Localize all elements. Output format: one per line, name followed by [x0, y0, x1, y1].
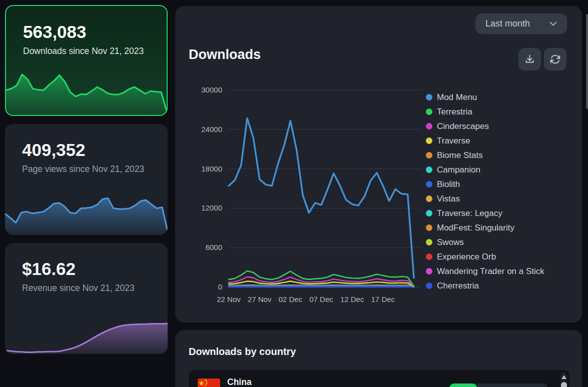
legend-label: Biome Stats	[437, 150, 483, 160]
svg-text:6000: 6000	[206, 243, 222, 252]
downloads-total-label: Downloads since Nov 21, 2023	[23, 46, 154, 57]
scroll-thumb[interactable]	[561, 382, 567, 387]
legend-item-mod-menu[interactable]: Mod Menu	[426, 90, 544, 104]
legend-item-biome-stats[interactable]: Biome Stats	[426, 148, 544, 162]
legend-item-swows[interactable]: Swows	[426, 235, 544, 250]
legend-label: Wandering Trader on a Stick	[437, 266, 544, 276]
refresh-icon	[550, 54, 560, 64]
legend-dot	[426, 254, 432, 260]
legend-dot	[426, 94, 432, 100]
legend-dot	[426, 166, 432, 173]
legend-item-traverse-legacy[interactable]: Traverse: Legacy	[426, 206, 544, 220]
svg-text:0: 0	[218, 282, 222, 291]
legend-item-campanion[interactable]: Campanion	[426, 162, 544, 177]
legend-item-modfest-singularity[interactable]: ModFest: Singularity	[426, 220, 544, 235]
legend-item-terrestria[interactable]: Terrestria	[426, 104, 544, 119]
svg-text:12000: 12000	[201, 204, 222, 212]
svg-text:17 Dec: 17 Dec	[371, 295, 395, 304]
legend-label: Swows	[437, 238, 464, 248]
stat-card-page-views[interactable]: 409,352 Page views since Nov 21, 2023	[5, 124, 168, 235]
time-range-select[interactable]: Last month	[475, 14, 567, 34]
country-row-china: China	[189, 370, 559, 387]
downloads-sparkline	[6, 72, 167, 115]
country-list: China	[189, 370, 569, 387]
legend-item-cherrestria[interactable]: Cherrestria	[426, 278, 544, 293]
chart-legend: Mod MenuTerrestriaCinderscapesTraverseBi…	[426, 90, 544, 293]
country-bar-fill	[449, 384, 477, 387]
revenue-total: $16.62	[22, 259, 168, 279]
scroll-up-arrow-icon[interactable]	[561, 375, 566, 379]
legend-item-traverse[interactable]: Traverse	[426, 134, 544, 148]
legend-dot	[426, 181, 432, 188]
svg-text:30000: 30000	[201, 86, 222, 94]
legend-item-vistas[interactable]: Vistas	[426, 192, 544, 206]
legend-label: Traverse: Legacy	[437, 208, 502, 218]
legend-item-cinderscapes[interactable]: Cinderscapes	[426, 119, 544, 134]
analytics-dashboard: { "stat_cards": [ {"id":"downloads","val…	[0, 0, 588, 387]
revenue-sparkline	[5, 322, 168, 354]
legend-dot	[426, 239, 432, 246]
country-panel-title: Downloads by country	[189, 346, 296, 358]
legend-dot	[426, 123, 432, 130]
chart-actions	[518, 48, 566, 70]
svg-text:02 Dec: 02 Dec	[279, 295, 303, 304]
legend-dot	[426, 108, 432, 115]
legend-label: Experience Orb	[437, 252, 496, 262]
legend-label: Cherrestria	[437, 281, 479, 291]
country-name: China	[227, 377, 252, 387]
page-views-sparkline	[5, 196, 168, 235]
downloads-total: 563,083	[23, 22, 167, 42]
svg-text:27 Nov: 27 Nov	[248, 295, 272, 304]
downloads-panel: Last month Downloads 0600012000180002400…	[175, 6, 582, 322]
legend-dot	[426, 138, 432, 144]
svg-text:18000: 18000	[201, 164, 222, 173]
download-icon	[524, 54, 535, 64]
legend-dot	[426, 210, 432, 216]
legend-label: Traverse	[437, 136, 470, 146]
revenue-total-label: Revenue since Nov 21, 2023	[22, 282, 153, 294]
legend-item-biolith[interactable]: Biolith	[426, 177, 544, 192]
stat-card-downloads[interactable]: 563,083 Downloads since Nov 21, 2023	[5, 5, 168, 116]
svg-text:24000: 24000	[201, 125, 222, 134]
page-views-total: 409,352	[22, 140, 168, 160]
svg-text:12 Dec: 12 Dec	[340, 295, 364, 304]
legend-label: Vistas	[437, 194, 460, 204]
svg-text:22 Nov: 22 Nov	[217, 295, 241, 304]
country-bar-track	[449, 384, 547, 387]
legend-item-experience-orb[interactable]: Experience Orb	[426, 250, 544, 264]
page-scrollbar[interactable]	[586, 14, 588, 109]
country-list-scrollbar[interactable]	[560, 372, 567, 387]
legend-label: ModFest: Singularity	[437, 223, 514, 233]
svg-text:07 Dec: 07 Dec	[309, 295, 333, 304]
export-download-button[interactable]	[518, 48, 541, 70]
refresh-button[interactable]	[544, 48, 566, 70]
downloads-chart-title: Downloads	[189, 47, 261, 62]
stat-card-revenue[interactable]: $16.62 Revenue since Nov 21, 2023	[5, 243, 168, 354]
legend-label: Biolith	[437, 180, 460, 190]
legend-dot	[426, 196, 432, 202]
legend-item-wandering-trader-on-a-stick[interactable]: Wandering Trader on a Stick	[426, 264, 544, 278]
legend-label: Campanion	[437, 165, 480, 175]
legend-dot	[426, 224, 432, 231]
legend-dot	[426, 152, 432, 158]
legend-label: Terrestria	[437, 107, 472, 117]
chevron-down-icon	[549, 22, 557, 26]
china-flag-icon	[198, 378, 220, 387]
legend-label: Cinderscapes	[437, 122, 489, 132]
country-panel: Downloads by country China	[175, 330, 582, 387]
legend-label: Mod Menu	[437, 92, 477, 102]
page-views-total-label: Page views since Nov 21, 2023	[22, 164, 153, 175]
legend-dot	[426, 268, 432, 274]
time-range-label: Last month	[485, 18, 530, 29]
legend-dot	[426, 282, 432, 289]
